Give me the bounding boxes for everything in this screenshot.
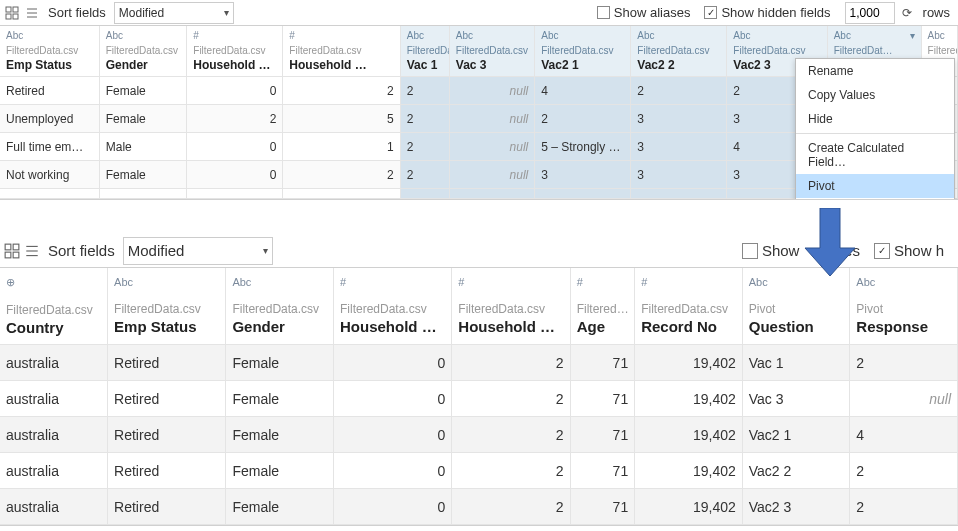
show-aliases-checkbox[interactable]: Show aliases [597,5,691,20]
type-icon: Abc [456,30,528,41]
cell: 4 [850,417,958,453]
column-header[interactable]: #FilteredData.csvHousehold … [187,26,283,77]
column-header[interactable]: AbcFilteredData.csvVac 1 [400,26,449,77]
column-header[interactable]: AbcPivotQuestion [742,268,850,345]
sort-fields-label: Sort fields [44,242,119,259]
column-header[interactable]: AbcFilteredData.csvGender [99,26,187,77]
ctx-rename[interactable]: Rename [796,59,954,83]
sort-fields-select[interactable]: Modified▾ [114,2,234,24]
cell: australia [0,417,108,453]
column-header[interactable]: AbcFilteredData.csvEmp Status [0,26,99,77]
source-label: FilteredData.csv [541,45,624,56]
ctx-pivot[interactable]: Pivot [796,174,954,198]
grid-icon[interactable] [4,5,20,21]
cell: 0 [187,161,283,189]
column-header[interactable]: #Filtered…Age [570,268,635,345]
source-label: FilteredData.csv [458,302,563,316]
cell: null [449,105,534,133]
cell: 2 [283,161,400,189]
cell: 2 [452,417,570,453]
sort-fields-select[interactable]: Modified▾ [123,237,273,265]
column-header[interactable]: #FilteredData.csvHousehold … [283,26,400,77]
field-name: Question [749,318,844,335]
source-label: FilteredDat… [834,45,915,56]
ctx-calc[interactable]: Create Calculated Field… [796,136,954,174]
column-header[interactable]: ⊕FilteredData.csvCountry [0,268,108,345]
cell: null [449,77,534,105]
svg-rect-11 [13,252,19,258]
cell: 3 [631,161,727,189]
cell: 2 [283,77,400,105]
show-aliases-checkbox[interactable]: Show ases [742,242,860,259]
table-row[interactable]: australiaRetiredFemale027119,402Vac2 14 [0,417,958,453]
cell: australia [0,489,108,525]
type-icon: Abc [637,30,720,41]
type-icon: # [340,276,445,288]
show-hidden-checkbox[interactable]: ✓Show hidden fields [704,5,830,20]
rows-input[interactable] [845,2,895,24]
column-header[interactable]: AbcFilteredData.csvVac2 1 [535,26,631,77]
cell: Female [226,453,334,489]
source-label: FilteredData.csv [114,302,219,316]
source-label: Filtered… [577,302,629,316]
table-row[interactable]: australiaRetiredFemale027119,402Vac 3nul… [0,381,958,417]
cell: 71 [570,417,635,453]
list-icon[interactable] [24,243,40,259]
cell: Full time em… [0,133,99,161]
source-label: FilteredData.csv [106,45,181,56]
type-icon: Abc [928,30,951,41]
cell: null [850,381,958,417]
column-header[interactable]: #FilteredData.csvHousehold … [452,268,570,345]
type-icon: Abc [6,30,93,41]
cell: Female [226,417,334,453]
column-header[interactable]: AbcFilteredData.csvVac2 2 [631,26,727,77]
column-header[interactable]: #FilteredData.csvRecord No [635,268,743,345]
show-hidden-checkbox[interactable]: ✓Show h [874,242,944,259]
ctx-hide[interactable]: Hide [796,107,954,131]
cell: null [449,133,534,161]
source-label: FilteredData.csv [289,45,393,56]
column-header[interactable]: AbcFilteredData.csvVac 3 [449,26,534,77]
svg-rect-2 [6,14,11,19]
field-name: Household … [289,58,393,72]
cell: 19,402 [635,453,743,489]
field-name: Emp Status [114,318,219,335]
cell: 71 [570,453,635,489]
field-name: Emp Status [6,58,93,72]
cell: Retired [108,417,226,453]
cell: 71 [570,345,635,381]
svg-rect-8 [5,244,11,250]
table-row[interactable]: australiaRetiredFemale027119,402Vac2 32 [0,489,958,525]
cell: 71 [570,489,635,525]
type-icon: Abc [733,30,820,41]
cell: 4 [535,77,631,105]
column-header[interactable]: AbcPivotResponse [850,268,958,345]
field-name: Country [6,319,101,336]
table-row[interactable]: australiaRetiredFemale027119,402Vac2 22 [0,453,958,489]
column-header[interactable]: #FilteredData.csvHousehold … [333,268,451,345]
cell: Female [226,381,334,417]
table-row[interactable]: australiaRetiredFemale027119,402Vac 12 [0,345,958,381]
field-name: Vac 1 [407,58,443,72]
source-label: FilteredData.csv [407,45,443,56]
field-name: Record No [641,318,736,335]
type-icon: Abc [541,30,624,41]
cell: 3 [535,161,631,189]
ctx-copy[interactable]: Copy Values [796,83,954,107]
list-icon[interactable] [24,5,40,21]
cell: Retired [108,381,226,417]
rows-refresh-icon[interactable]: ⟳ [899,5,915,21]
type-icon: Abc [749,276,844,288]
cell: 2 [452,489,570,525]
column-header[interactable]: AbcFilteredData.csvGender [226,268,334,345]
cell: australia [0,381,108,417]
grid-icon[interactable] [4,243,20,259]
cell: 2 [631,77,727,105]
source-label: FilteredData.csv [232,302,327,316]
cell: australia [0,453,108,489]
source-label: FilteredData.csv [637,45,720,56]
column-header[interactable]: AbcFilteredData.csvEmp Status [108,268,226,345]
ctx-merge[interactable]: Merge Mismatched Fields [796,198,954,199]
cell: Female [226,345,334,381]
cell: 2 [535,105,631,133]
